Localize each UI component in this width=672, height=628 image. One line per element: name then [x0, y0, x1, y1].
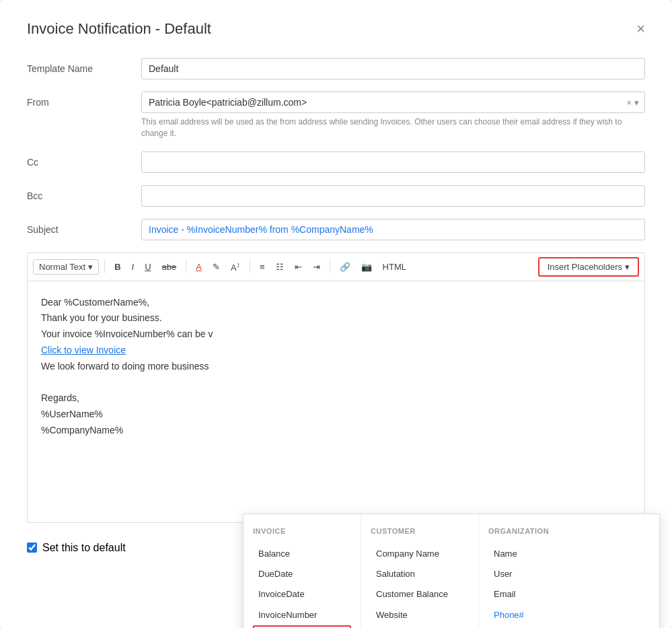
bullet-list-button[interactable]: ≡ [256, 259, 269, 275]
toolbar-separator-2 [186, 260, 186, 273]
bcc-input[interactable] [141, 185, 645, 207]
dropdown-item-user[interactable]: User [488, 564, 587, 584]
dropdown-item-website-cust[interactable]: Website [371, 605, 469, 625]
set-default-label[interactable]: Set this to default [42, 542, 126, 554]
editor-line-4: We look forward to doing more business [41, 359, 631, 375]
dropdown-item-company-name[interactable]: Company Name [371, 544, 469, 564]
subject-input[interactable] [141, 219, 645, 240]
modal-title: Invoice Notification - Default [27, 20, 211, 38]
from-helper-text: This email address will be used as the f… [141, 116, 645, 139]
close-button[interactable]: × [636, 20, 645, 38]
customer-header: CUSTOMER [371, 525, 469, 538]
bcc-label: Bcc [27, 185, 141, 201]
dropdown-item-salutation[interactable]: Salutation [371, 564, 469, 584]
cc-label: Cc [27, 151, 141, 168]
clear-icon[interactable]: × [626, 98, 632, 108]
from-label: From [27, 92, 141, 108]
editor-line-5: Regards, [41, 390, 631, 407]
dropdown-item-name[interactable]: Name [488, 544, 587, 564]
chevron-down-icon: ▾ [88, 262, 93, 272]
customer-column: CUSTOMER Company Name Salutation Custome… [361, 514, 479, 628]
numbered-list-button[interactable]: ☷ [272, 259, 288, 275]
dropdown-item-customer-name[interactable]: Customer Name [371, 625, 469, 628]
dropdown-item-invoicenumber[interactable]: InvoiceNumber [253, 605, 351, 625]
indent-left-button[interactable]: ⇤ [291, 259, 306, 275]
organization-header: ORGANIZATION [488, 525, 587, 538]
strikethrough-button[interactable]: abe [158, 259, 181, 275]
placeholders-dropdown: INVOICE Balance DueDate InvoiceDate Invo… [243, 514, 660, 628]
font-color-button[interactable]: A [192, 259, 206, 275]
template-name-label: Template Name [27, 58, 141, 74]
editor-line-1: Dear %CustomerName%, [41, 295, 631, 311]
font-size-button[interactable]: A↕ [227, 258, 244, 275]
indent-right-button[interactable]: ⇥ [309, 259, 324, 275]
dropdown-item-invoicedate[interactable]: InvoiceDate [253, 584, 351, 604]
cc-input[interactable] [141, 151, 645, 173]
dropdown-item-phone[interactable]: Phone# [488, 605, 587, 625]
image-button[interactable]: 📷 [357, 259, 376, 275]
insert-placeholders-button[interactable]: Insert Placeholders ▾ [538, 257, 639, 277]
toolbar-separator-4 [330, 260, 330, 273]
editor-line-6: %UserName% [41, 407, 631, 423]
text-style-select[interactable]: Normal Text ▾ [33, 259, 99, 275]
organization-column: ORGANIZATION Name User Email Phone# Fax#… [479, 514, 597, 628]
toolbar-separator-3 [250, 260, 250, 273]
invoice-column: INVOICE Balance DueDate InvoiceDate Invo… [244, 514, 361, 628]
dropdown-item-duedate[interactable]: DueDate [253, 564, 351, 584]
chevron-down-icon[interactable]: ▾ [634, 98, 639, 108]
dropdown-item-fax[interactable]: Fax# [488, 625, 587, 628]
bold-button[interactable]: B [110, 259, 124, 275]
editor-line-2: Thank you for your business. [41, 310, 631, 326]
dropdown-item-customer-balance[interactable]: Customer Balance [371, 584, 469, 604]
editor-toolbar: Normal Text ▾ B I U abe A ✎ A↕ ≡ ☷ ⇤ ⇥ 🔗… [27, 252, 645, 281]
set-default-checkbox[interactable] [27, 543, 37, 553]
toolbar-separator [104, 260, 105, 273]
italic-button[interactable]: I [128, 259, 139, 275]
invoice-link[interactable]: Click to view Invoice [41, 345, 126, 355]
dropdown-item-balance[interactable]: Balance [253, 544, 351, 564]
editor-line-3: Your invoice %InvoiceNumber% can be v [41, 326, 631, 343]
highlight-button[interactable]: ✎ [209, 259, 224, 275]
dropdown-item-email[interactable]: Email [488, 584, 587, 604]
underline-button[interactable]: U [141, 259, 155, 275]
editor-area[interactable]: Dear %CustomerName%, Thank you for your … [27, 281, 645, 523]
link-button[interactable]: 🔗 [336, 259, 354, 275]
from-select-wrapper[interactable]: × ▾ [141, 92, 645, 113]
from-input[interactable] [142, 92, 626, 112]
html-button[interactable]: HTML [379, 259, 410, 275]
editor-line-7: %CompanyName% [41, 423, 631, 439]
chevron-down-icon: ▾ [625, 262, 630, 272]
dropdown-item-online-payment[interactable]: Online payment [253, 625, 351, 628]
template-name-input[interactable] [141, 58, 645, 79]
invoice-header: INVOICE [253, 525, 351, 538]
subject-label: Subject [27, 219, 141, 235]
